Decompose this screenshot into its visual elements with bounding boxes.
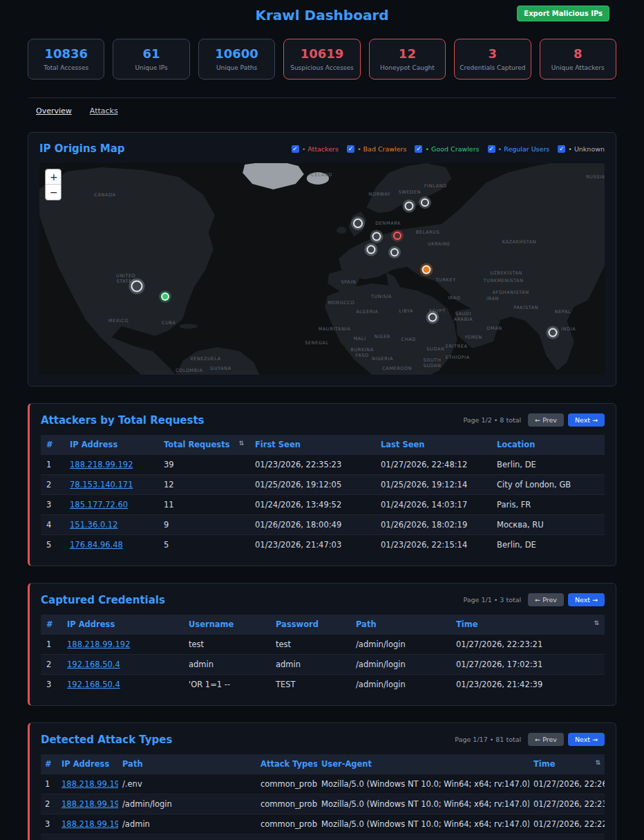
legend-item-attackers: ✓ • Attackers	[292, 145, 339, 153]
stat-card-honeypot-caught: 12 Honeypot Caught	[369, 39, 446, 80]
col-header-path[interactable]: Path	[118, 754, 256, 774]
cell-time: 01/23/2026, 21:42:39	[451, 675, 605, 695]
next-button[interactable]: Next →	[568, 733, 605, 746]
stat-label: Credentials Captured	[456, 64, 529, 71]
col-header-location[interactable]: Location	[491, 435, 605, 455]
map-marker-unknown[interactable]	[428, 313, 437, 322]
ip-link[interactable]: 151.36.0.12	[70, 520, 118, 530]
legend-checkbox-attackers[interactable]: ✓	[292, 145, 299, 153]
cell-username: 'OR 1=1 --	[183, 675, 270, 695]
legend-label: • Good Crawlers	[425, 145, 479, 153]
credentials-pager: Page 1/1 • 3 total ← Prev Next →	[463, 593, 605, 606]
map-marker-unknown[interactable]	[372, 232, 381, 241]
stat-value: 10600	[200, 46, 273, 61]
col-header-last-seen[interactable]: Last Seen	[375, 435, 491, 455]
next-button[interactable]: Next →	[568, 413, 605, 427]
stat-value: 12	[371, 46, 444, 61]
col-header-ip-address[interactable]: IP Address	[57, 754, 118, 774]
cell-path: /admin/login	[350, 655, 451, 675]
world-map[interactable]: CANADAICELANDNORWAYSWEDENFINLANDRUSSIAUN…	[39, 163, 605, 375]
map-marker-unknown[interactable]	[367, 245, 376, 254]
cell-first-seen: 01/26/2026, 18:00:49	[249, 515, 375, 535]
cell-ip: 151.36.0.12	[64, 515, 158, 535]
col-header-path[interactable]: Path	[350, 615, 451, 635]
col-header-first-seen[interactable]: First Seen	[249, 435, 375, 455]
ip-link[interactable]: 188.218.99.192	[67, 640, 130, 649]
col-header-user-agent[interactable]: User-Agent	[317, 754, 529, 774]
prev-button[interactable]: ← Prev	[528, 413, 564, 427]
col-header-total-requests[interactable]: Total Requests ⇅	[158, 435, 249, 455]
table-row: 3 188.218.99.192 /admin common_probes Mo…	[41, 814, 605, 834]
map-marker-attacker[interactable]	[393, 232, 401, 240]
ip-link[interactable]: 176.84.96.48	[70, 540, 123, 550]
ip-link[interactable]: 188.218.99.192	[61, 819, 118, 829]
table-header-row: # IP Address Total Requests ⇅ First Seen…	[41, 435, 605, 455]
legend-checkbox-unknown[interactable]: ✓	[558, 145, 565, 153]
ip-link[interactable]: 192.168.50.4	[67, 680, 120, 689]
col-header-label: Time	[533, 759, 556, 769]
stat-value: 8	[542, 46, 614, 61]
attack-types-panel: Detected Attack Types Page 1/17 • 81 tot…	[28, 722, 616, 840]
col-header-time[interactable]: Time ⇅	[529, 754, 605, 774]
map-legend: ✓ • Attackers ✓ • Bad Crawlers ✓ • Good …	[292, 145, 605, 153]
stat-card-suspicious-accesses: 10619 Suspicious Accesses	[283, 39, 360, 80]
stat-label: Total Accesses	[30, 64, 102, 71]
tab-overview[interactable]: Overview	[36, 106, 72, 115]
ip-link[interactable]: 188.218.99.192	[70, 460, 133, 469]
cell-index: 2	[41, 794, 57, 814]
table-row: 2 188.218.99.192 /admin/login common_pro…	[41, 794, 605, 814]
col-header-index[interactable]: #	[41, 435, 64, 455]
map-marker-unknown[interactable]	[390, 248, 399, 256]
legend-checkbox-regular-users[interactable]: ✓	[488, 145, 495, 153]
map-marker-unknown[interactable]	[131, 281, 142, 292]
stat-value: 61	[115, 46, 187, 61]
zoom-out-button[interactable]: −	[46, 185, 61, 200]
map-marker-unknown[interactable]	[404, 202, 413, 211]
cell-path: /admin/login	[118, 794, 256, 814]
col-header-ip-address[interactable]: IP Address	[61, 615, 183, 635]
col-header-password[interactable]: Password	[270, 615, 350, 635]
legend-checkbox-bad-crawlers[interactable]: ✓	[347, 145, 354, 153]
zoom-in-button[interactable]: +	[46, 169, 61, 185]
map-marker-good-crawler[interactable]	[161, 292, 169, 301]
ip-link[interactable]: 78.153.140.171	[70, 480, 133, 489]
map-marker-unknown[interactable]	[421, 198, 429, 207]
prev-button[interactable]: ← Prev	[528, 593, 564, 606]
cell-total-requests: 11	[158, 495, 249, 515]
map-marker-unknown[interactable]	[548, 328, 557, 337]
cell-total-requests: 5	[158, 535, 249, 555]
table-row: 1 188.218.99.192 /.env common_probes Moz…	[41, 774, 605, 794]
table-header-row: # IP Address Username Password Path Time…	[41, 615, 605, 635]
cell-index: 1	[41, 455, 64, 475]
cell-index: 3	[41, 675, 61, 695]
col-header-index[interactable]: #	[41, 615, 61, 635]
export-malicious-ips-button[interactable]: Export Malicious IPs	[517, 6, 609, 21]
prev-button[interactable]: ← Prev	[528, 733, 564, 746]
map-marker-bad-crawler[interactable]	[422, 265, 431, 274]
map-zoom-control: + −	[45, 169, 61, 200]
next-button[interactable]: Next →	[568, 593, 605, 606]
col-header-time[interactable]: Time ⇅	[451, 615, 605, 635]
cell-ip: 78.153.140.171	[64, 475, 158, 495]
attack-types-table: # IP Address Path Attack Types User-Agen…	[41, 754, 605, 840]
col-header-username[interactable]: Username	[183, 615, 270, 635]
stat-label: Suspicious Accesses	[285, 64, 358, 71]
tab-attacks[interactable]: Attacks	[90, 106, 118, 115]
map-marker-unknown[interactable]	[353, 218, 363, 228]
ip-link[interactable]: 192.168.50.4	[67, 660, 120, 669]
col-header-attack-types[interactable]: Attack Types	[256, 754, 317, 774]
cell-location: Москва, RU	[491, 515, 605, 535]
col-header-label: Time	[456, 619, 478, 629]
legend-checkbox-good-crawlers[interactable]: ✓	[415, 145, 422, 153]
col-header-index[interactable]: #	[41, 754, 57, 774]
cell-index: 4	[41, 834, 57, 840]
stat-value: 10836	[30, 46, 102, 61]
ip-link[interactable]: 188.218.99.192	[61, 799, 118, 809]
col-header-ip-address[interactable]: IP Address	[64, 435, 158, 455]
cell-attack-types: common_probes	[256, 814, 317, 834]
table-row: 5 176.84.96.48 5 01/23/2026, 21:47:03 01…	[41, 535, 605, 555]
cell-time: 01/27/2026, 19:38:59	[529, 834, 605, 840]
ip-link[interactable]: 188.218.99.192	[61, 779, 118, 789]
cell-location: Berlin, DE	[491, 455, 605, 475]
ip-link[interactable]: 185.177.72.60	[70, 500, 128, 510]
